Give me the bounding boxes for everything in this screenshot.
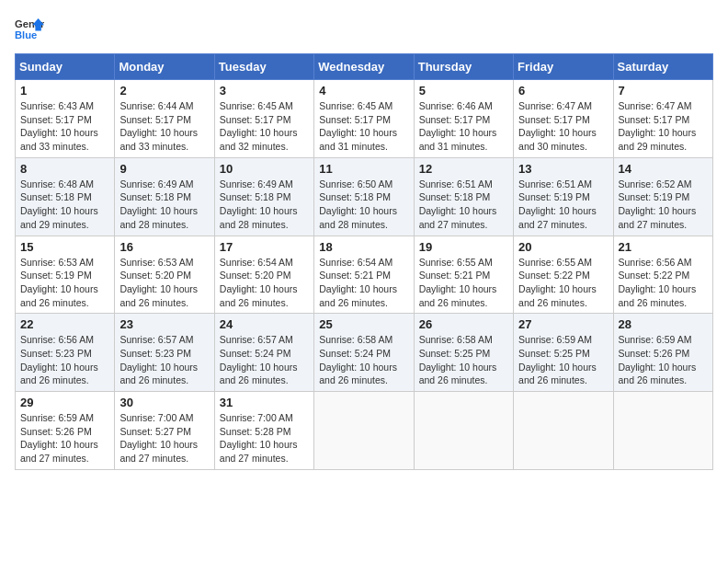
calendar-cell: 19Sunrise: 6:55 AM Sunset: 5:21 PM Dayli… — [414, 236, 513, 314]
cell-content: Sunrise: 6:45 AM Sunset: 5:17 PM Dayligh… — [220, 99, 309, 154]
calendar-cell — [613, 392, 712, 470]
day-number: 30 — [119, 396, 209, 409]
day-number: 22 — [20, 317, 109, 331]
cell-content: Sunrise: 7:00 AM Sunset: 5:27 PM Dayligh… — [119, 411, 209, 465]
logo: General Blue — [15, 15, 44, 44]
calendar-cell: 28Sunrise: 6:59 AM Sunset: 5:26 PM Dayli… — [613, 314, 712, 392]
calendar-cell: 29Sunrise: 6:59 AM Sunset: 5:26 PM Dayli… — [16, 392, 115, 470]
cell-content: Sunrise: 6:50 AM Sunset: 5:18 PM Dayligh… — [319, 178, 408, 232]
day-number: 4 — [319, 84, 408, 98]
cell-content: Sunrise: 6:58 AM Sunset: 5:24 PM Dayligh… — [319, 333, 408, 387]
day-number: 11 — [319, 162, 408, 176]
day-number: 3 — [220, 84, 309, 98]
day-number: 7 — [619, 84, 708, 98]
calendar-cell: 18Sunrise: 6:54 AM Sunset: 5:21 PM Dayli… — [314, 236, 414, 314]
calendar-cell: 13Sunrise: 6:51 AM Sunset: 5:19 PM Dayli… — [514, 157, 613, 236]
col-header-wednesday: Wednesday — [314, 54, 414, 80]
cell-content: Sunrise: 6:55 AM Sunset: 5:21 PM Dayligh… — [419, 256, 508, 310]
calendar-cell: 7Sunrise: 6:47 AM Sunset: 5:17 PM Daylig… — [613, 80, 712, 158]
calendar-cell: 31Sunrise: 7:00 AM Sunset: 5:28 PM Dayli… — [214, 392, 313, 470]
calendar-cell: 11Sunrise: 6:50 AM Sunset: 5:18 PM Dayli… — [314, 157, 414, 236]
cell-content: Sunrise: 6:49 AM Sunset: 5:18 PM Dayligh… — [119, 178, 209, 232]
cell-content: Sunrise: 6:59 AM Sunset: 5:26 PM Dayligh… — [20, 411, 109, 465]
calendar-week-3: 15Sunrise: 6:53 AM Sunset: 5:19 PM Dayli… — [16, 236, 713, 314]
calendar-week-5: 29Sunrise: 6:59 AM Sunset: 5:26 PM Dayli… — [16, 392, 713, 470]
day-number: 15 — [20, 240, 109, 254]
day-number: 24 — [220, 317, 309, 331]
cell-content: Sunrise: 6:58 AM Sunset: 5:25 PM Dayligh… — [419, 333, 508, 387]
cell-content: Sunrise: 6:53 AM Sunset: 5:20 PM Dayligh… — [119, 256, 209, 310]
calendar-cell: 10Sunrise: 6:49 AM Sunset: 5:18 PM Dayli… — [214, 157, 313, 236]
calendar-cell: 22Sunrise: 6:56 AM Sunset: 5:23 PM Dayli… — [16, 314, 115, 392]
cell-content: Sunrise: 6:43 AM Sunset: 5:17 PM Dayligh… — [20, 99, 109, 154]
calendar-cell: 6Sunrise: 6:47 AM Sunset: 5:17 PM Daylig… — [514, 80, 613, 158]
calendar-cell: 16Sunrise: 6:53 AM Sunset: 5:20 PM Dayli… — [115, 236, 214, 314]
day-number: 29 — [20, 396, 109, 409]
cell-content: Sunrise: 6:59 AM Sunset: 5:26 PM Dayligh… — [619, 333, 708, 387]
day-number: 25 — [319, 317, 408, 331]
day-number: 27 — [518, 317, 608, 331]
calendar-cell: 20Sunrise: 6:55 AM Sunset: 5:22 PM Dayli… — [514, 236, 613, 314]
col-header-thursday: Thursday — [414, 54, 513, 80]
calendar-cell: 5Sunrise: 6:46 AM Sunset: 5:17 PM Daylig… — [414, 80, 513, 158]
calendar-cell: 12Sunrise: 6:51 AM Sunset: 5:18 PM Dayli… — [414, 157, 513, 236]
day-number: 6 — [518, 84, 608, 98]
calendar-cell: 17Sunrise: 6:54 AM Sunset: 5:20 PM Dayli… — [214, 236, 313, 314]
calendar-week-1: 1Sunrise: 6:43 AM Sunset: 5:17 PM Daylig… — [16, 80, 713, 158]
calendar-cell: 26Sunrise: 6:58 AM Sunset: 5:25 PM Dayli… — [414, 314, 513, 392]
day-number: 17 — [220, 240, 309, 254]
calendar-cell: 23Sunrise: 6:57 AM Sunset: 5:23 PM Dayli… — [115, 314, 214, 392]
calendar-table: SundayMondayTuesdayWednesdayThursdayFrid… — [15, 53, 713, 470]
cell-content: Sunrise: 6:57 AM Sunset: 5:23 PM Dayligh… — [119, 333, 209, 387]
cell-content: Sunrise: 6:46 AM Sunset: 5:17 PM Dayligh… — [419, 99, 508, 154]
cell-content: Sunrise: 6:48 AM Sunset: 5:18 PM Dayligh… — [20, 178, 109, 232]
cell-content: Sunrise: 6:56 AM Sunset: 5:22 PM Dayligh… — [619, 256, 708, 310]
day-number: 13 — [518, 162, 608, 176]
calendar-week-2: 8Sunrise: 6:48 AM Sunset: 5:18 PM Daylig… — [16, 157, 713, 236]
day-number: 10 — [220, 162, 309, 176]
day-number: 12 — [419, 162, 508, 176]
day-number: 14 — [619, 162, 708, 176]
calendar-cell: 27Sunrise: 6:59 AM Sunset: 5:25 PM Dayli… — [514, 314, 613, 392]
calendar-cell: 8Sunrise: 6:48 AM Sunset: 5:18 PM Daylig… — [16, 157, 115, 236]
day-number: 23 — [119, 317, 209, 331]
calendar-header-row: SundayMondayTuesdayWednesdayThursdayFrid… — [16, 54, 713, 80]
cell-content: Sunrise: 6:54 AM Sunset: 5:20 PM Dayligh… — [220, 256, 309, 310]
calendar-week-4: 22Sunrise: 6:56 AM Sunset: 5:23 PM Dayli… — [16, 314, 713, 392]
cell-content: Sunrise: 6:47 AM Sunset: 5:17 PM Dayligh… — [619, 99, 708, 154]
cell-content: Sunrise: 6:59 AM Sunset: 5:25 PM Dayligh… — [518, 333, 608, 387]
cell-content: Sunrise: 6:51 AM Sunset: 5:19 PM Dayligh… — [518, 178, 608, 232]
day-number: 16 — [119, 240, 209, 254]
calendar-cell: 24Sunrise: 6:57 AM Sunset: 5:24 PM Dayli… — [214, 314, 313, 392]
calendar-cell — [314, 392, 414, 470]
calendar-cell: 1Sunrise: 6:43 AM Sunset: 5:17 PM Daylig… — [16, 80, 115, 158]
logo-icon: General Blue — [15, 15, 44, 44]
cell-content: Sunrise: 6:51 AM Sunset: 5:18 PM Dayligh… — [419, 178, 508, 232]
day-number: 9 — [119, 162, 209, 176]
calendar-cell: 4Sunrise: 6:45 AM Sunset: 5:17 PM Daylig… — [314, 80, 414, 158]
cell-content: Sunrise: 6:55 AM Sunset: 5:22 PM Dayligh… — [518, 256, 608, 310]
day-number: 28 — [619, 317, 708, 331]
cell-content: Sunrise: 6:45 AM Sunset: 5:17 PM Dayligh… — [319, 99, 408, 154]
col-header-friday: Friday — [514, 54, 613, 80]
calendar-cell: 15Sunrise: 6:53 AM Sunset: 5:19 PM Dayli… — [16, 236, 115, 314]
day-number: 2 — [119, 84, 209, 98]
cell-content: Sunrise: 6:47 AM Sunset: 5:17 PM Dayligh… — [518, 99, 608, 154]
calendar-cell: 2Sunrise: 6:44 AM Sunset: 5:17 PM Daylig… — [115, 80, 214, 158]
calendar-cell — [414, 392, 513, 470]
day-number: 1 — [20, 84, 109, 98]
cell-content: Sunrise: 6:53 AM Sunset: 5:19 PM Dayligh… — [20, 256, 109, 310]
calendar-cell: 14Sunrise: 6:52 AM Sunset: 5:19 PM Dayli… — [613, 157, 712, 236]
header: General Blue — [15, 15, 713, 44]
calendar-cell: 9Sunrise: 6:49 AM Sunset: 5:18 PM Daylig… — [115, 157, 214, 236]
day-number: 18 — [319, 240, 408, 254]
day-number: 20 — [518, 240, 608, 254]
cell-content: Sunrise: 6:44 AM Sunset: 5:17 PM Dayligh… — [119, 99, 209, 154]
svg-text:Blue: Blue — [15, 29, 37, 40]
cell-content: Sunrise: 6:57 AM Sunset: 5:24 PM Dayligh… — [220, 333, 309, 387]
calendar-cell: 30Sunrise: 7:00 AM Sunset: 5:27 PM Dayli… — [115, 392, 214, 470]
day-number: 19 — [419, 240, 508, 254]
cell-content: Sunrise: 7:00 AM Sunset: 5:28 PM Dayligh… — [220, 411, 309, 465]
day-number: 31 — [220, 396, 309, 409]
calendar-cell: 21Sunrise: 6:56 AM Sunset: 5:22 PM Dayli… — [613, 236, 712, 314]
